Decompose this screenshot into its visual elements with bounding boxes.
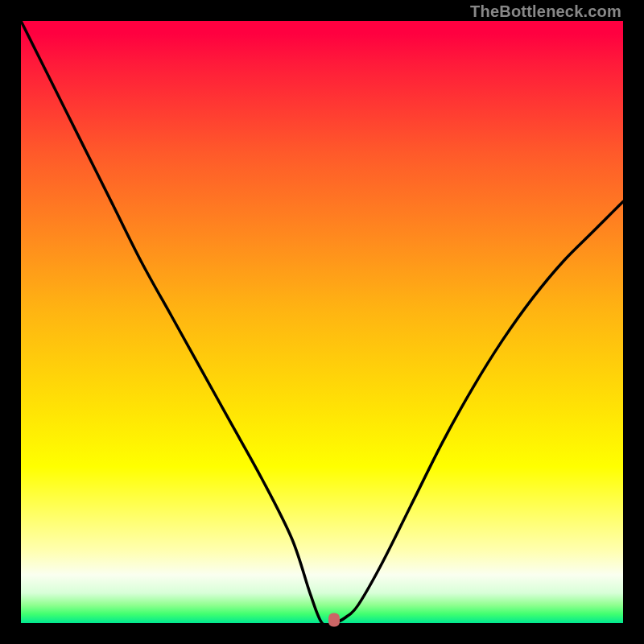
watermark-text: TheBottleneck.com — [470, 2, 621, 21]
curve-svg — [21, 21, 623, 623]
plot-area — [21, 21, 623, 623]
bottleneck-marker — [328, 613, 340, 627]
bottleneck-curve — [21, 21, 623, 625]
chart-frame: TheBottleneck.com — [0, 0, 644, 644]
